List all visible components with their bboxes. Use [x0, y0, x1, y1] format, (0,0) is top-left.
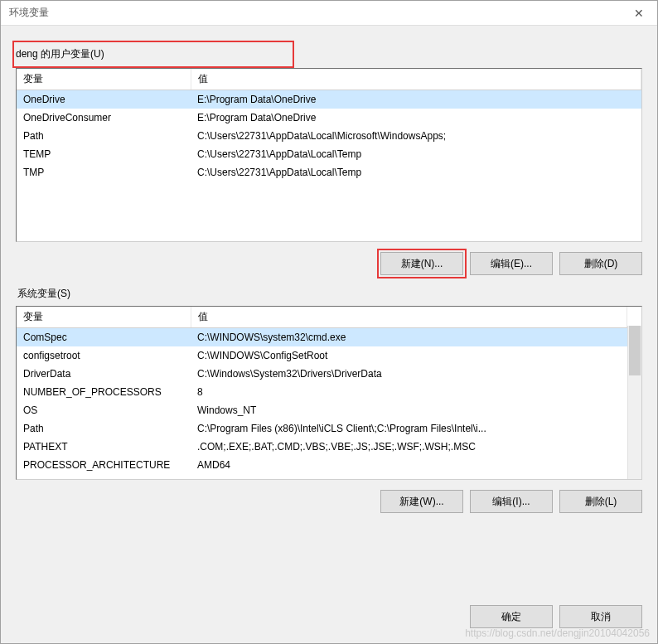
table-row[interactable]: OS Windows_NT — [17, 401, 627, 419]
table-row[interactable]: Path C:\Users\22731\AppData\Local\Micros… — [17, 127, 641, 145]
col-header-variable[interactable]: 变量 — [17, 307, 191, 328]
system-vars-table-container: 变量 值 ComSpec C:\WINDOWS\system32\cmd.exe… — [16, 306, 642, 480]
table-row[interactable]: OneDriveConsumer E:\Program Data\OneDriv… — [17, 109, 641, 127]
env-vars-dialog: 环境变量 ✕ deng 的用户变量(U) 变量 值 OneDrive — [0, 0, 658, 644]
cell-var: OneDrive — [17, 90, 191, 109]
cell-var: NUMBER_OF_PROCESSORS — [17, 383, 191, 401]
vertical-scrollbar[interactable] — [627, 326, 641, 479]
system-vars-buttons: 新建(W)... 编辑(I)... 删除(L) — [16, 490, 642, 513]
cell-var: Path — [17, 419, 191, 438]
cell-val: E:\Program Data\OneDrive — [191, 109, 641, 127]
cell-val: 8 — [191, 383, 627, 401]
cell-var: DriverData — [17, 365, 191, 383]
edit-user-var-button[interactable]: 编辑(E)... — [470, 252, 553, 275]
cell-val: C:\Program Files (x86)\Intel\iCLS Client… — [191, 419, 627, 438]
cell-var: OneDriveConsumer — [17, 109, 191, 127]
col-header-value[interactable]: 值 — [191, 307, 627, 328]
table-row[interactable]: PATHEXT .COM;.EXE;.BAT;.CMD;.VBS;.VBE;.J… — [17, 438, 627, 456]
cell-var: configsetroot — [17, 346, 191, 365]
col-header-variable[interactable]: 变量 — [17, 69, 191, 90]
dialog-buttons: 确定 取消 — [1, 600, 657, 643]
user-vars-table-container: 变量 值 OneDrive E:\Program Data\OneDrive O… — [16, 68, 642, 242]
cell-var: TMP — [17, 163, 191, 182]
ok-button[interactable]: 确定 — [470, 605, 553, 628]
table-row[interactable]: ComSpec C:\WINDOWS\system32\cmd.exe — [17, 328, 627, 346]
cell-val: C:\Users\22731\AppData\Local\Temp — [191, 163, 641, 182]
user-vars-buttons: 新建(N)... 编辑(E)... 删除(D) — [16, 252, 642, 275]
cell-val: Windows_NT — [191, 401, 627, 419]
system-vars-label: 系统变量(S) — [16, 287, 642, 301]
scroll-thumb[interactable] — [629, 326, 641, 375]
dialog-content: deng 的用户变量(U) 变量 值 OneDrive E:\Program D… — [1, 26, 657, 600]
cell-val: .COM;.EXE;.BAT;.CMD;.VBS;.VBE;.JS;.JSE;.… — [191, 438, 627, 456]
cell-var: PROCESSOR_ARCHITECTURE — [17, 456, 191, 474]
system-vars-section: 系统变量(S) 变量 值 ComSpec C:\W — [16, 287, 642, 513]
close-icon[interactable]: ✕ — [620, 1, 657, 26]
user-vars-label: deng 的用户变量(U) — [12, 41, 294, 68]
table-row[interactable]: configsetroot C:\WINDOWS\ConfigSetRoot — [17, 346, 627, 365]
table-row[interactable]: DriverData C:\Windows\System32\Drivers\D… — [17, 365, 627, 383]
delete-system-var-button[interactable]: 删除(L) — [559, 490, 642, 513]
user-vars-section: deng 的用户变量(U) 变量 值 OneDrive E:\Program D… — [16, 41, 642, 275]
table-row[interactable]: Path C:\Program Files (x86)\Intel\iCLS C… — [17, 419, 627, 438]
delete-user-var-button[interactable]: 删除(D) — [559, 252, 642, 275]
user-vars-table[interactable]: 变量 值 OneDrive E:\Program Data\OneDrive O… — [17, 69, 641, 182]
cell-val: C:\Users\22731\AppData\Local\Microsoft\W… — [191, 127, 641, 145]
cell-var: ComSpec — [17, 328, 191, 346]
table-row[interactable]: PROCESSOR_ARCHITECTURE AMD64 — [17, 456, 627, 474]
cell-var: TEMP — [17, 145, 191, 163]
cancel-button[interactable]: 取消 — [559, 605, 642, 628]
cell-var: OS — [17, 401, 191, 419]
table-row[interactable]: TEMP C:\Users\22731\AppData\Local\Temp — [17, 145, 641, 163]
cell-val: C:\Users\22731\AppData\Local\Temp — [191, 145, 641, 163]
table-row[interactable]: NUMBER_OF_PROCESSORS 8 — [17, 383, 627, 401]
table-row[interactable]: OneDrive E:\Program Data\OneDrive — [17, 90, 641, 109]
col-header-value[interactable]: 值 — [191, 69, 641, 90]
cell-val: C:\WINDOWS\system32\cmd.exe — [191, 328, 627, 346]
cell-var: Path — [17, 127, 191, 145]
titlebar: 环境变量 ✕ — [1, 1, 657, 26]
system-vars-table[interactable]: 变量 值 ComSpec C:\WINDOWS\system32\cmd.exe… — [17, 307, 627, 474]
window-title: 环境变量 — [9, 6, 49, 20]
new-user-var-button[interactable]: 新建(N)... — [380, 252, 463, 275]
cell-val: C:\WINDOWS\ConfigSetRoot — [191, 346, 627, 365]
cell-var: PATHEXT — [17, 438, 191, 456]
cell-val: E:\Program Data\OneDrive — [191, 90, 641, 109]
new-system-var-button[interactable]: 新建(W)... — [380, 490, 463, 513]
edit-system-var-button[interactable]: 编辑(I)... — [470, 490, 553, 513]
cell-val: C:\Windows\System32\Drivers\DriverData — [191, 365, 627, 383]
cell-val: AMD64 — [191, 456, 627, 474]
table-row[interactable]: TMP C:\Users\22731\AppData\Local\Temp — [17, 163, 641, 182]
